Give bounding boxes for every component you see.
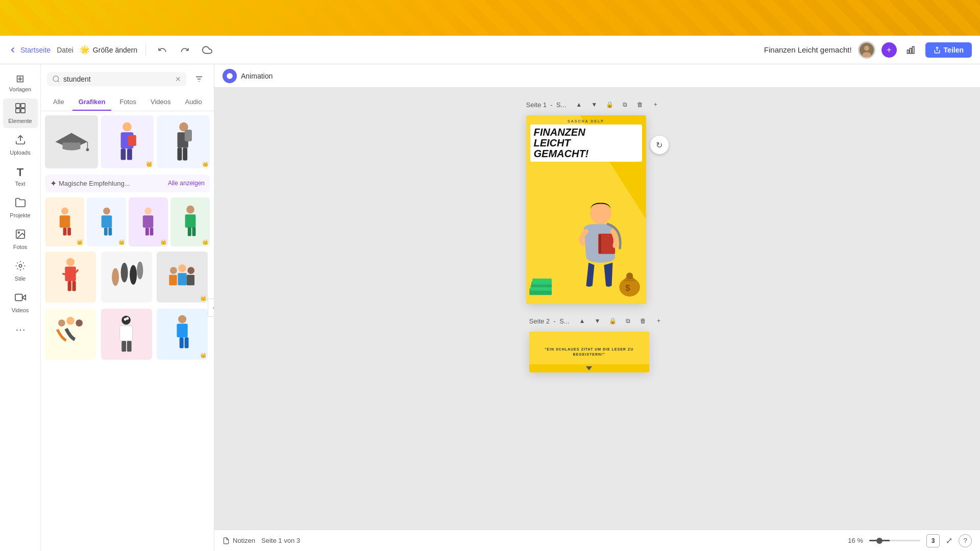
svg-rect-27 — [121, 148, 126, 160]
top-banner — [0, 0, 980, 36]
see-all-button[interactable]: Alle anzeigen — [168, 180, 205, 187]
videos-icon — [15, 292, 26, 306]
svg-point-58 — [130, 265, 137, 285]
sidebar-item-stile[interactable]: Stile — [3, 256, 38, 286]
svg-rect-64 — [178, 273, 187, 285]
zoom-slider-wrap — [869, 540, 920, 541]
svg-text:$: $ — [625, 283, 630, 293]
page-1-row: SASCHA DELP FINANZEN LEICHT GEMACHT! — [526, 115, 669, 304]
page-1-lock-button[interactable]: 🔒 — [603, 98, 616, 111]
fotos-icon — [15, 229, 26, 242]
magic-item[interactable]: 👑 — [45, 197, 84, 246]
page-2-down-button[interactable]: ▼ — [591, 314, 604, 328]
svg-rect-76 — [177, 323, 187, 337]
page-1-up-button[interactable]: ▲ — [572, 98, 585, 111]
page-2-copy-button[interactable]: ⧉ — [621, 314, 634, 328]
user-avatar[interactable] — [858, 41, 875, 59]
result-item[interactable]: 👑 — [157, 252, 208, 303]
expand-button[interactable]: ⤢ — [946, 536, 952, 545]
person-white-icon — [112, 315, 140, 353]
magic-item[interactable]: 👑 — [129, 197, 168, 246]
analytics-button[interactable] — [903, 42, 919, 58]
svg-rect-48 — [187, 228, 191, 236]
design-page-2[interactable]: "EIN SCHLAUES ZITAT UM DIE LESER ZU BEGE… — [529, 332, 649, 372]
svg-point-61 — [179, 264, 186, 272]
tab-fotos[interactable]: Fotos — [113, 94, 142, 111]
page-2-label: Seite 2 - S... — [529, 317, 570, 325]
sidebar-item-fotos[interactable]: Fotos — [3, 224, 38, 254]
page-1-refresh-button[interactable]: ↻ — [650, 136, 669, 154]
notes-button[interactable]: Notizen — [223, 537, 255, 544]
svg-point-71 — [126, 317, 129, 320]
cloud-save-button[interactable] — [199, 42, 215, 58]
svg-rect-16 — [15, 294, 22, 301]
undo-button[interactable] — [154, 42, 170, 58]
result-item[interactable] — [45, 309, 96, 360]
page-1-copy-button[interactable]: ⧉ — [618, 98, 631, 111]
redo-button[interactable] — [177, 42, 193, 58]
result-item[interactable] — [101, 309, 152, 360]
sidebar-label-uploads: Uploads — [10, 149, 30, 156]
search-input[interactable] — [63, 75, 172, 83]
sidebar-item-videos[interactable]: Videos — [3, 288, 38, 317]
svg-rect-36 — [63, 228, 66, 235]
page-1-add-button[interactable]: + — [649, 98, 662, 111]
sidebar-item-vorlagen[interactable]: ⊞ Vorlagen — [3, 68, 38, 96]
page-counter-box: 3 — [926, 534, 940, 547]
crown-badge: 👑 — [200, 295, 206, 301]
sidebar-item-elemente[interactable]: Elemente — [3, 98, 38, 128]
file-menu[interactable]: Datei — [57, 46, 74, 54]
page-1-header: Seite 1 - S... ▲ ▼ 🔒 ⧉ 🗑 + — [526, 98, 669, 111]
result-item[interactable]: 👑 — [157, 309, 208, 360]
page-2-add-button[interactable]: + — [652, 314, 665, 328]
sidebar-label-vorlagen: Vorlagen — [9, 86, 31, 92]
svg-rect-33 — [183, 147, 187, 160]
result-item[interactable]: 👑 — [157, 115, 210, 168]
help-button[interactable]: ? — [959, 534, 972, 547]
svg-rect-63 — [169, 275, 177, 286]
svg-point-13 — [18, 232, 19, 233]
results-grid-top: 👑 👑 👑 — [45, 115, 210, 168]
sidebar-item-uploads[interactable]: Uploads — [3, 130, 38, 160]
zoom-slider[interactable] — [869, 540, 920, 541]
search-clear-button[interactable]: ✕ — [175, 75, 181, 83]
design-page-1[interactable]: SASCHA DELP FINANZEN LEICHT GEMACHT! — [526, 115, 646, 304]
back-label: Startseite — [20, 46, 51, 54]
page-2-delete-button[interactable]: 🗑 — [636, 314, 650, 328]
page-1-delete-button[interactable]: 🗑 — [633, 98, 647, 111]
svg-rect-52 — [68, 281, 71, 291]
sidebar-item-more[interactable]: ⋯ — [3, 319, 38, 340]
magic-item[interactable]: 👑 — [87, 197, 126, 246]
search-filter-button[interactable] — [190, 70, 208, 88]
svg-rect-9 — [15, 109, 19, 113]
search-icon — [52, 75, 60, 83]
size-button[interactable]: 🌟 Größe ändern — [80, 45, 137, 55]
sidebar-item-text[interactable]: T Text — [3, 162, 38, 191]
back-button[interactable]: Startseite — [8, 45, 51, 55]
magic-person-2 — [96, 207, 117, 237]
tab-grafiken[interactable]: Grafiken — [72, 94, 112, 111]
result-item[interactable]: 👑 👑 — [101, 115, 154, 168]
svg-rect-77 — [180, 337, 184, 348]
tab-alle[interactable]: Alle — [47, 94, 70, 111]
share-button[interactable]: Teilen — [925, 42, 972, 58]
tab-audio[interactable]: Audio — [179, 94, 208, 111]
page-2-up-button[interactable]: ▲ — [575, 314, 589, 328]
panel-collapse-button[interactable]: ‹ — [208, 298, 214, 317]
add-collaborator-button[interactable]: + — [881, 42, 897, 58]
page-1-label: Seite 1 - S... — [526, 101, 567, 109]
header-left: Startseite Datei 🌟 Größe ändern — [8, 42, 758, 58]
result-item[interactable] — [45, 115, 98, 168]
sidebar-item-projekte[interactable]: Projekte — [3, 193, 38, 222]
result-item[interactable] — [101, 252, 152, 303]
svg-point-59 — [137, 262, 143, 279]
magic-item[interactable]: 👑 — [170, 197, 210, 246]
page-1-down-button[interactable]: ▼ — [587, 98, 601, 111]
svg-point-46 — [186, 206, 194, 214]
magic-title: ✦ Magische Empfehlung... — [50, 179, 130, 188]
tab-videos[interactable]: Videos — [144, 94, 177, 111]
size-icon: 🌟 — [80, 45, 90, 55]
svg-point-75 — [178, 315, 186, 323]
page-2-lock-button[interactable]: 🔒 — [606, 314, 619, 328]
result-item[interactable] — [45, 252, 96, 303]
